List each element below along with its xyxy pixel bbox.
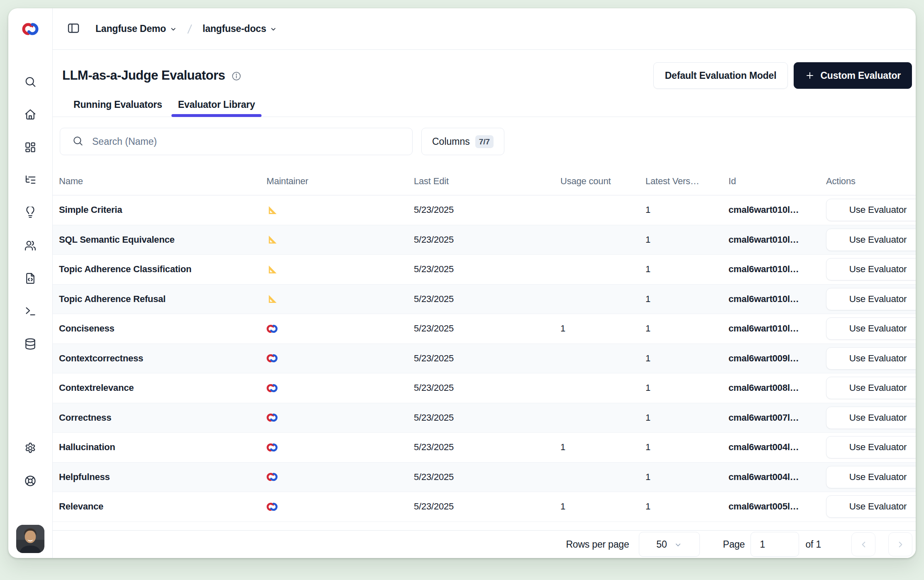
column-header-latest-version: Latest Vers…	[645, 176, 728, 187]
last-edit-value: 5/23/2025	[414, 472, 560, 483]
maintainer-cell	[266, 205, 414, 216]
last-edit-value: 5/23/2025	[414, 442, 560, 453]
ragas-maintainer-icon	[266, 293, 414, 305]
prompt-file-icon	[24, 272, 37, 286]
columns-button[interactable]: Columns 7/7	[421, 128, 504, 155]
sidebar-item-playground[interactable]	[24, 305, 37, 318]
previous-page-button[interactable]	[851, 532, 875, 556]
page-number-input[interactable]	[750, 532, 799, 557]
evaluator-id: cmal6wart010l…	[728, 294, 826, 305]
table-row[interactable]: Topic Adherence Classification 5/23/2025…	[53, 255, 916, 285]
info-icon[interactable]	[231, 71, 242, 81]
column-header-maintainer: Maintainer	[266, 176, 414, 187]
evaluator-name: Topic Adherence Refusal	[59, 294, 266, 305]
sidebar-item-tracing[interactable]	[24, 174, 37, 187]
langfuse-maintainer-icon	[266, 442, 414, 453]
actions-cell: Use Evaluator	[826, 466, 916, 488]
table-row[interactable]: SQL Semantic Equivalence 5/23/2025 1 cma…	[53, 225, 916, 255]
use-evaluator-button[interactable]: Use Evaluator	[826, 288, 916, 310]
evaluator-id: cmal6wart009l…	[728, 353, 826, 364]
sidebar-item-prompts[interactable]	[24, 272, 37, 285]
use-evaluator-button[interactable]: Use Evaluator	[826, 495, 916, 518]
sidebar-item-datasets[interactable]	[24, 338, 37, 351]
pagination-footer: Rows per page 50 Page of 1	[53, 530, 916, 558]
actions-cell: Use Evaluator	[826, 317, 916, 340]
users-icon	[24, 239, 37, 253]
default-evaluation-model-button[interactable]: Default Evaluation Model	[653, 62, 788, 89]
org-switcher[interactable]: Langfuse Demo	[92, 22, 180, 36]
maintainer-cell	[266, 383, 414, 394]
sidebar-item-dashboards[interactable]	[24, 141, 37, 154]
custom-evaluator-label: Custom Evaluator	[820, 71, 901, 80]
actions-cell: Use Evaluator	[826, 229, 916, 251]
table-row[interactable]: Hallucination 5/23/2025 1 1 cmal6wart004…	[53, 433, 916, 463]
user-avatar[interactable]	[16, 525, 44, 553]
use-evaluator-button[interactable]: Use Evaluator	[826, 317, 916, 340]
langfuse-maintainer-icon	[266, 501, 414, 512]
next-page-button[interactable]	[888, 532, 912, 556]
trace-tree-icon	[24, 174, 37, 188]
ragas-maintainer-icon	[266, 264, 414, 275]
evaluator-name: SQL Semantic Equivalence	[59, 234, 266, 245]
settings-gear-icon	[24, 442, 37, 456]
sidebar-toggle-button[interactable]	[66, 22, 81, 36]
table-row[interactable]: Topic Adherence Refusal 5/23/2025 1 cmal…	[53, 285, 916, 314]
use-evaluator-button[interactable]: Use Evaluator	[826, 347, 916, 370]
support-lifebuoy-icon	[24, 475, 37, 488]
search-icon	[72, 135, 83, 148]
table-row[interactable]: Contextcorrectness 5/23/2025 1 cmal6wart…	[53, 344, 916, 374]
sidebar-item-support[interactable]	[24, 475, 37, 488]
project-switcher[interactable]: langfuse-docs	[199, 22, 280, 36]
rows-per-page-label: Rows per page	[566, 540, 629, 549]
sidebar-nav	[24, 76, 37, 351]
maintainer-cell	[266, 353, 414, 364]
maintainer-cell	[266, 234, 414, 245]
evaluator-id: cmal6wart008l…	[728, 383, 826, 393]
tab-evaluator-library[interactable]: Evaluator Library	[171, 100, 262, 117]
maintainer-cell	[266, 264, 414, 275]
last-edit-value: 5/23/2025	[414, 383, 560, 393]
use-evaluator-button[interactable]: Use Evaluator	[826, 258, 916, 280]
actions-cell: Use Evaluator	[826, 347, 916, 370]
evaluator-name: Simple Criteria	[59, 205, 266, 215]
sidebar-item-users[interactable]	[24, 239, 37, 253]
actions-cell: Use Evaluator	[826, 407, 916, 429]
use-evaluator-button[interactable]: Use Evaluator	[826, 377, 916, 399]
table-row[interactable]: Conciseness 5/23/2025 1 1 cmal6wart010l……	[53, 314, 916, 344]
lightbulb-icon	[24, 207, 37, 220]
sidebar-bottom	[16, 442, 44, 553]
sidebar-item-search[interactable]	[24, 76, 37, 89]
chevron-down-icon	[674, 540, 682, 549]
topbar: Langfuse Demo langfuse-docs	[53, 8, 916, 50]
last-edit-value: 5/23/2025	[414, 205, 560, 215]
use-evaluator-button[interactable]: Use Evaluator	[826, 466, 916, 488]
sidebar-item-home[interactable]	[24, 108, 37, 122]
table-toolbar: Columns 7/7	[53, 117, 916, 168]
table-row[interactable]: Correctness 5/23/2025 1 cmal6wart007l… U…	[53, 403, 916, 433]
last-edit-value: 5/23/2025	[414, 264, 560, 275]
latest-version-value: 1	[645, 294, 728, 305]
panel-left-icon	[67, 22, 80, 36]
sidebar-item-settings[interactable]	[24, 442, 37, 455]
latest-version-value: 1	[645, 442, 728, 453]
use-evaluator-button[interactable]: Use Evaluator	[826, 229, 916, 251]
langfuse-maintainer-icon	[266, 323, 414, 334]
search-input[interactable]	[92, 128, 412, 155]
usage-count-value: 1	[560, 323, 645, 334]
terminal-icon	[24, 305, 37, 319]
project-name: langfuse-docs	[203, 24, 266, 34]
use-evaluator-button[interactable]: Use Evaluator	[826, 436, 916, 458]
ragas-maintainer-icon	[266, 234, 414, 245]
table-row[interactable]: Relevance 5/23/2025 1 1 cmal6wart005l… U…	[53, 492, 916, 522]
table-row[interactable]: Helpfulness 5/23/2025 1 cmal6wart004l… U…	[53, 463, 916, 492]
tab-running-evaluators[interactable]: Running Evaluators	[67, 100, 169, 117]
table-row[interactable]: Simple Criteria 5/23/2025 1 cmal6wart010…	[53, 195, 916, 225]
evaluator-id: cmal6wart005l…	[728, 501, 826, 512]
last-edit-value: 5/23/2025	[414, 412, 560, 423]
rows-per-page-select[interactable]: 50	[639, 532, 700, 557]
custom-evaluator-button[interactable]: Custom Evaluator	[794, 62, 912, 89]
table-row[interactable]: Contextrelevance 5/23/2025 1 cmal6wart00…	[53, 373, 916, 403]
use-evaluator-button[interactable]: Use Evaluator	[826, 407, 916, 429]
sidebar-item-evaluation[interactable]	[24, 207, 37, 220]
use-evaluator-button[interactable]: Use Evaluator	[826, 199, 916, 221]
